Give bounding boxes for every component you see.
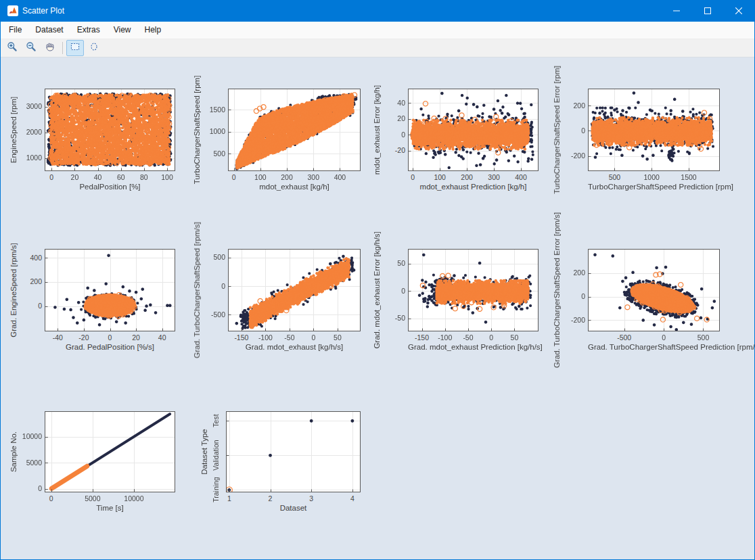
titlebar: Scatter Plot — [1, 0, 754, 22]
plot-axes-turbochargershaftspeed-error-vs-prediction[interactable] — [588, 89, 720, 171]
menu-bar: FileDatasetExtrasViewHelp — [1, 22, 754, 39]
x-tick-label: 10000 — [115, 494, 153, 503]
minimize-icon — [673, 5, 680, 17]
y-axis-label: Sample No. — [9, 431, 18, 472]
plot-axes-sample-no-vs-time[interactable] — [45, 411, 175, 492]
plot-axes-grad-turbochargershaftspeed-error-vs-prediction[interactable] — [588, 249, 720, 331]
menu-help[interactable]: Help — [138, 22, 168, 39]
plot-axes-grad-enginespeed-vs-grad-pedalposition[interactable] — [45, 249, 175, 331]
x-tick-label: 4 — [334, 494, 371, 503]
x-axis-label: mdot_exhaust Prediction [kg/h] — [408, 183, 539, 191]
plot-grad-enginespeed-vs-grad-pedalposition: -40-20020400200400Grad. PedalPosition [%… — [45, 249, 175, 331]
menu-dataset[interactable]: Dataset — [28, 22, 70, 39]
y-tick-label: Validation — [212, 440, 220, 471]
x-axis-label: Grad. mdot_exhaust Prediction [kg/h/s] — [408, 343, 539, 351]
x-axis-label: Dataset — [226, 504, 361, 512]
pan-tool-button[interactable] — [41, 40, 59, 56]
x-tick-label: 400 — [502, 173, 540, 181]
x-tick-label: 50 — [495, 333, 533, 342]
x-tick-label: -500 — [605, 333, 643, 342]
y-axis-label: mdot_exhaust Error [kg/h] — [373, 85, 381, 174]
rect-select-tool-button[interactable] — [66, 40, 84, 56]
plot-grad-mdot-exhaust-error-vs-prediction: -150-100-50050-50050Grad. mdot_exhaust P… — [408, 249, 539, 331]
x-axis-label: mdot_exhaust [kg/h] — [228, 183, 361, 191]
plot-canvas-area: 020406080100100020003000PedalPosition [%… — [1, 57, 754, 559]
y-tick-label: Test — [212, 415, 220, 427]
y-axis-label: Dataset Type — [200, 429, 208, 475]
x-tick-label: 5000 — [74, 494, 112, 503]
x-tick-label: 50 — [319, 333, 357, 342]
toolbar-separator — [62, 42, 63, 54]
y-axis-label: EngineSpeed [rpm] — [9, 97, 18, 163]
plot-enginespeed-vs-pedalposition: 020406080100100020003000PedalPosition [%… — [45, 89, 175, 171]
plot-grad-turbochargershaftspeed-error-vs-prediction: -5000500-2000200Grad. TurboChargerShaftS… — [588, 249, 720, 331]
x-tick-label: 100 — [148, 173, 186, 181]
x-tick-label: 0 — [645, 333, 683, 342]
x-tick-label: 40 — [143, 333, 181, 342]
zoom-in-tool-button[interactable] — [3, 40, 21, 56]
plot-axes-grad-turbochargershaftspeed-vs-grad-mdot-exhaust[interactable] — [228, 249, 361, 331]
close-icon — [735, 5, 742, 17]
scatter-plot-window: Scatter Plot FileDatasetExtrasViewHelp 0… — [0, 0, 755, 560]
menu-view[interactable]: View — [107, 22, 138, 39]
y-axis-label: Grad. EngineSpeed [rpm/s] — [9, 243, 18, 337]
x-axis-label: PedalPosition [%] — [45, 183, 175, 191]
plot-sample-no-vs-time: 05000100000500010000Time [s]Sample No. — [45, 411, 175, 492]
y-tick-label: Training — [212, 477, 220, 503]
minimize-button[interactable] — [661, 0, 692, 22]
maximize-icon — [704, 5, 711, 17]
plot-mdot-exhaust-error-vs-prediction: 0100200300400-2002040mdot_exhaust Predic… — [408, 89, 539, 171]
plot-axes-grad-mdot-exhaust-error-vs-prediction[interactable] — [408, 249, 539, 331]
plot-axes-mdot-exhaust-error-vs-prediction[interactable] — [408, 89, 539, 171]
toolbar — [1, 39, 754, 57]
maximize-button[interactable] — [692, 0, 723, 22]
x-tick-label: 0 — [32, 494, 70, 503]
y-axis-label: Grad. TurboChargerShaftSpeed Error [rpm/… — [553, 212, 561, 368]
x-tick-label: 500 — [684, 333, 722, 342]
x-tick-label: 1000 — [633, 173, 670, 181]
zoom-out-icon — [26, 41, 37, 55]
pan-icon — [45, 41, 55, 55]
close-button[interactable] — [723, 0, 754, 22]
x-axis-label: Time [s] — [45, 504, 175, 512]
x-axis-label: Grad. TurboChargerShaftSpeed Prediction … — [588, 343, 720, 351]
y-tick-label: 0 — [11, 484, 42, 492]
x-tick-label: 2 — [252, 494, 290, 503]
plot-axes-enginespeed-vs-pedalposition[interactable] — [45, 89, 175, 171]
ellipse-select-icon — [89, 41, 99, 55]
window-title: Scatter Plot — [22, 6, 64, 16]
plot-dataset-type-vs-dataset: 1234TrainingValidationTestDatasetDataset… — [226, 411, 361, 492]
x-tick-label: 400 — [321, 173, 359, 181]
menu-file[interactable]: File — [2, 22, 28, 39]
plot-axes-turbochargershaftspeed-vs-mdot-exhaust[interactable] — [228, 89, 361, 171]
y-axis-label: Grad. TurboChargerShaftSpeed [rpm/s] — [193, 222, 201, 358]
y-axis-label: TurboChargerShaftSpeed Error [rpm] — [553, 66, 561, 193]
x-axis-label: Grad. mdot_exhaust [kg/h/s] — [228, 343, 361, 351]
plot-grad-turbochargershaftspeed-vs-grad-mdot-exhaust: -150-100-50050-5000500Grad. mdot_exhaust… — [228, 249, 361, 331]
x-tick-label: 1500 — [670, 173, 708, 181]
rect-select-icon — [70, 41, 81, 55]
plot-turbochargershaftspeed-error-vs-prediction: 50010001500-2000200TurboChargerShaftSpee… — [588, 89, 720, 171]
x-tick-label: 3 — [292, 494, 330, 503]
ellipse-select-tool-button[interactable] — [85, 40, 103, 56]
x-axis-label: TurboChargerShaftSpeed Prediction [rpm] — [588, 183, 720, 191]
y-axis-label: TurboChargerShaftSpeed [rpm] — [193, 76, 201, 185]
x-tick-label: 500 — [595, 173, 633, 181]
plot-axes-dataset-type-vs-dataset[interactable] — [226, 411, 361, 492]
zoom-in-icon — [7, 41, 18, 55]
y-axis-label: Grad. mdot_exhaust Error [kg/h/s] — [373, 231, 381, 348]
menu-extras[interactable]: Extras — [70, 22, 107, 39]
plot-turbochargershaftspeed-vs-mdot-exhaust: 010020030040050010001500mdot_exhaust [kg… — [228, 89, 361, 171]
x-axis-label: Grad. PedalPosition [%/s] — [45, 343, 175, 351]
matlab-app-icon — [7, 5, 18, 16]
zoom-out-tool-button[interactable] — [22, 40, 40, 56]
